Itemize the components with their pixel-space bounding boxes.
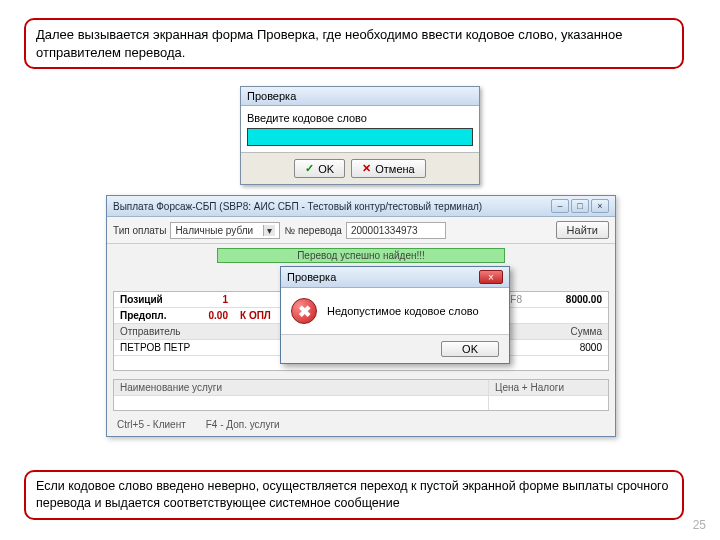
positions-label: Позиций	[114, 292, 184, 307]
error-icon: ✖	[291, 298, 317, 324]
chevron-down-icon: ▾	[263, 225, 275, 236]
service-price-header: Цена + Налоги	[488, 380, 608, 395]
transfer-no-input[interactable]: 200001334973	[346, 222, 446, 239]
cancel-label: Отмена	[375, 163, 414, 175]
transfer-no-label: № перевода	[284, 225, 342, 236]
status-found: Перевод успешно найден!!!	[217, 248, 505, 263]
service-name-header: Наименование услуги	[114, 380, 488, 395]
callout-bottom: Если кодовое слово введено неверно, осущ…	[24, 470, 684, 520]
prepay-value: 0.00	[184, 308, 234, 323]
check-icon: ✓	[305, 162, 314, 175]
pay-type-select[interactable]: Наличные рубли ▾	[170, 222, 280, 239]
error-close-button[interactable]: ×	[479, 270, 503, 284]
dialog-check-title: Проверка	[241, 87, 479, 106]
error-ok-button[interactable]: OK	[441, 341, 499, 357]
error-dialog: Проверка × ✖ Недопустимое кодовое слово …	[280, 266, 510, 364]
find-button[interactable]: Найти	[556, 221, 609, 239]
ok-button[interactable]: ✓ OK	[294, 159, 345, 178]
codeword-input[interactable]	[247, 128, 473, 146]
close-icon: ✕	[362, 162, 371, 175]
cancel-button[interactable]: ✕ Отмена	[351, 159, 425, 178]
error-title: Проверка	[287, 271, 336, 283]
pay-type-label: Тип оплаты	[113, 225, 166, 236]
transfer-no-value: 200001334973	[351, 225, 418, 236]
dialog-check-prompt: Введите кодовое слово	[247, 112, 473, 124]
sum-header: Сумма	[508, 324, 608, 339]
payout-window-title: Выплата Форсаж-СБП (SBP8: АИС СБП - Тест…	[113, 201, 482, 212]
ok-label: OK	[318, 163, 334, 175]
page-number: 25	[693, 518, 706, 532]
pay-type-value: Наличные рубли	[175, 225, 253, 236]
close-icon[interactable]: ×	[591, 199, 609, 213]
error-message: Недопустимое кодовое слово	[327, 305, 479, 317]
total-amount: 8000.00	[528, 292, 608, 307]
dialog-check-input: Проверка Введите кодовое слово ✓ OK ✕ От…	[240, 86, 480, 185]
maximize-icon[interactable]: □	[571, 199, 589, 213]
positions-value: 1	[184, 292, 234, 307]
hint-extra: F4 - Доп. услуги	[206, 419, 280, 430]
hint-client: Ctrl+5 - Клиент	[117, 419, 186, 430]
service-table: Наименование услуги Цена + Налоги	[113, 379, 609, 411]
minimize-icon[interactable]: –	[551, 199, 569, 213]
callout-top: Далее вызывается экранная форма Проверка…	[24, 18, 684, 69]
prepay-label: Предопл.	[114, 308, 184, 323]
sum-value: 8000	[508, 340, 608, 355]
